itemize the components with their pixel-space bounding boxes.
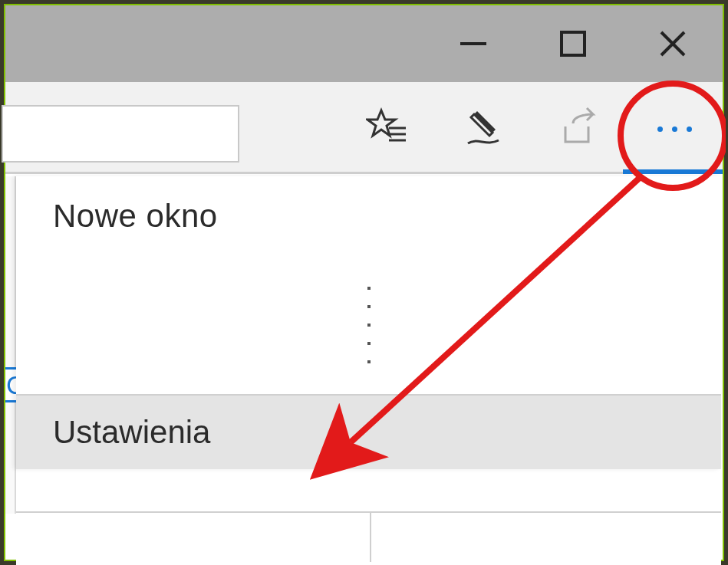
menu-item-label: Ustawienia xyxy=(53,414,210,450)
web-note-button[interactable] xyxy=(435,82,531,174)
more-ellipsis-icon xyxy=(653,121,697,135)
svg-rect-1 xyxy=(562,32,585,55)
share-icon xyxy=(558,107,601,149)
maximize-icon xyxy=(555,26,591,61)
content-separator xyxy=(370,511,371,562)
pen-icon xyxy=(462,107,505,149)
menu-collapsed-indicator xyxy=(16,256,721,394)
menu-left-gutter xyxy=(5,176,16,514)
menu-item-new-window[interactable]: Nowe okno xyxy=(16,176,721,256)
share-button[interactable] xyxy=(531,82,627,174)
content-area-fragment xyxy=(16,511,721,565)
more-button[interactable] xyxy=(627,82,723,174)
more-menu: Nowe okno Ustawienia xyxy=(16,176,721,469)
menu-item-label: Nowe okno xyxy=(53,198,218,234)
close-icon xyxy=(655,26,690,61)
browser-toolbar xyxy=(5,82,723,174)
minimize-icon xyxy=(456,26,491,61)
menu-item-settings[interactable]: Ustawienia xyxy=(16,396,721,469)
window-controls xyxy=(423,5,723,82)
toolbar-icons xyxy=(339,82,723,174)
close-button[interactable] xyxy=(623,5,723,82)
window-frame: C Nowe okno Ustawienia xyxy=(4,4,724,561)
minimize-button[interactable] xyxy=(423,5,523,82)
address-bar[interactable] xyxy=(2,105,239,163)
favorites-button[interactable] xyxy=(339,82,435,174)
more-active-indicator xyxy=(623,169,723,174)
maximize-button[interactable] xyxy=(523,5,623,82)
star-list-icon xyxy=(366,107,409,149)
titlebar xyxy=(5,5,723,82)
